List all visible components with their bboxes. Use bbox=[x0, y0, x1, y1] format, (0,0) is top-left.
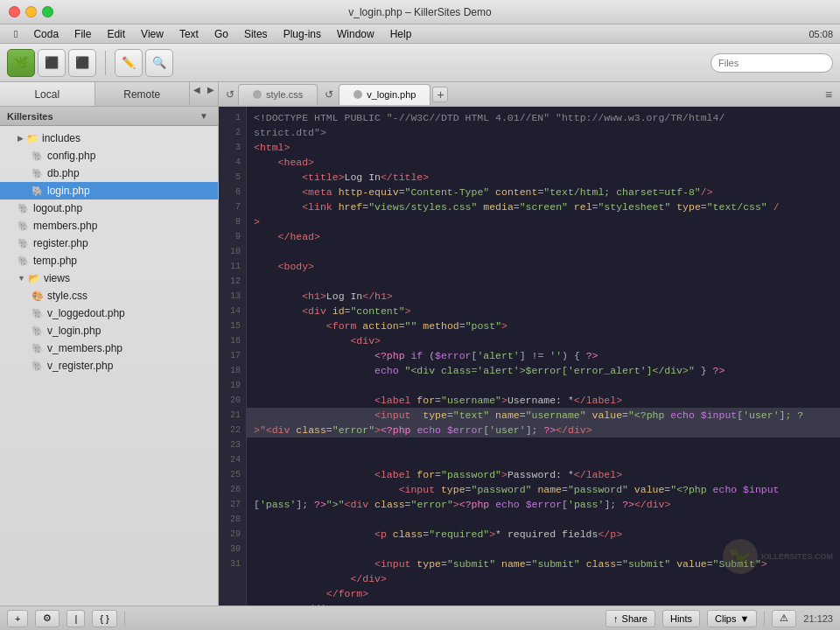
menu-apple[interactable]:  bbox=[7, 26, 24, 42]
settings-button[interactable]: ⚙ bbox=[35, 610, 60, 627]
menubar:  Coda File Edit View Text Go Sites Plug… bbox=[0, 24, 840, 44]
main-layout: Killersites ▼ ▶ 📁 includes 🐘 config.php … bbox=[0, 107, 840, 606]
sidebar-item-style[interactable]: 🎨 style.css bbox=[0, 287, 218, 304]
status-sep-2 bbox=[764, 612, 765, 626]
tab-v-login-php[interactable]: v_login.php bbox=[339, 84, 430, 105]
unknown-button[interactable]: | bbox=[66, 610, 85, 627]
tabs-end-btn[interactable]: ≡ bbox=[821, 87, 836, 102]
sidebar-label-style: style.css bbox=[47, 290, 88, 302]
nav-back-btn[interactable]: ◀ bbox=[190, 82, 204, 96]
titlebar: v_login.php – KillerSites Demo bbox=[0, 0, 840, 24]
sidebar-item-vloggedout[interactable]: 🐘 v_loggedout.php bbox=[0, 304, 218, 322]
disclosure-views: ▼ bbox=[18, 274, 25, 283]
search-input[interactable] bbox=[710, 53, 833, 73]
menu-coda[interactable]: Coda bbox=[26, 26, 66, 42]
code-button[interactable]: { } bbox=[92, 610, 116, 627]
tab-style-css[interactable]: style.css bbox=[238, 84, 318, 105]
refresh-css-btn[interactable]: ↺ bbox=[321, 87, 337, 102]
search-box bbox=[710, 53, 833, 73]
share-icon: ↑ bbox=[613, 613, 619, 624]
share-button[interactable]: ↑ Share bbox=[606, 610, 655, 627]
tabs-row: Local Remote ◀ ▶ ↺ style.css ↺ v_login.p… bbox=[0, 82, 840, 107]
sidebar-item-vregister[interactable]: 🐘 v_register.php bbox=[0, 357, 218, 374]
tab-local[interactable]: Local bbox=[0, 82, 95, 106]
sidebar-item-login[interactable]: 🐘 login.php bbox=[0, 182, 218, 200]
maximize-button[interactable] bbox=[42, 6, 53, 18]
code-content[interactable]: <!DOCTYPE HTML PUBLIC "-//W3C//DTD HTML … bbox=[247, 107, 840, 606]
sidebar-item-views[interactable]: ▼ 📂 views bbox=[0, 270, 218, 287]
settings-icon: ⚙ bbox=[43, 612, 52, 624]
sidebar-chevron[interactable]: ▼ bbox=[197, 109, 211, 123]
css-tab-label: style.css bbox=[266, 89, 303, 100]
sidebar-item-register[interactable]: 🐘 register.php bbox=[0, 234, 218, 252]
statusbar: + ⚙ | { } ↑ Share Hints Clips ▼ ⚠ 21:123 bbox=[0, 606, 840, 630]
sidebar-item-logout[interactable]: 🐘 logout.php bbox=[0, 200, 218, 217]
menu-file[interactable]: File bbox=[67, 26, 98, 42]
nav-forward-btn[interactable]: ▶ bbox=[204, 82, 218, 96]
files-button[interactable]: ⬛ bbox=[38, 49, 66, 77]
sidebar-item-vlogin[interactable]: 🐘 v_login.php bbox=[0, 322, 218, 340]
menu-plugins[interactable]: Plug-ins bbox=[276, 26, 328, 42]
code-editor[interactable]: 1 2 3 4 5 6 7 8 9 10 11 12 13 14 15 16 1 bbox=[219, 107, 840, 606]
php-icon-logout: 🐘 bbox=[18, 203, 30, 214]
toolbar-right: ✏️ 🔍 bbox=[115, 49, 173, 77]
code-icon: { } bbox=[100, 613, 108, 624]
menu-window[interactable]: Window bbox=[330, 26, 382, 42]
sidebar-label-logout: logout.php bbox=[33, 202, 82, 214]
terminal-button[interactable]: ⬛ bbox=[68, 49, 96, 77]
sidebar-item-temp[interactable]: 🐘 temp.php bbox=[0, 252, 218, 270]
refresh-tab-btn[interactable]: ↺ bbox=[222, 87, 238, 102]
menu-text[interactable]: Text bbox=[172, 26, 206, 42]
sites-button[interactable]: 🌿 bbox=[7, 49, 35, 77]
window-title: v_login.php – KillerSites Demo bbox=[348, 6, 491, 18]
php-icon-db: 🐘 bbox=[32, 168, 44, 179]
sidebar-item-db[interactable]: 🐘 db.php bbox=[0, 164, 218, 182]
tab-remote[interactable]: Remote bbox=[95, 82, 191, 106]
sidebar-item-config[interactable]: 🐘 config.php bbox=[0, 147, 218, 164]
close-button[interactable] bbox=[9, 6, 20, 18]
edit-button[interactable]: ✏️ bbox=[115, 49, 143, 77]
php-tab-icon bbox=[354, 90, 362, 99]
menu-sites[interactable]: Sites bbox=[237, 26, 275, 42]
sidebar-item-includes[interactable]: ▶ 📁 includes bbox=[0, 130, 218, 147]
menu-edit[interactable]: Edit bbox=[100, 26, 132, 42]
local-remote-tabs: Local Remote ◀ ▶ bbox=[0, 82, 219, 106]
add-button[interactable]: + bbox=[7, 610, 28, 627]
php-icon-vlogin: 🐘 bbox=[32, 326, 44, 337]
warning-icon: ⚠ bbox=[780, 612, 788, 624]
share-label: Share bbox=[622, 613, 648, 624]
php-icon-vmembers: 🐘 bbox=[32, 343, 44, 354]
clock: 05:08 bbox=[808, 29, 833, 39]
editor-area: 1 2 3 4 5 6 7 8 9 10 11 12 13 14 15 16 1 bbox=[219, 107, 840, 606]
menu-help[interactable]: Help bbox=[383, 26, 419, 42]
warning-button[interactable]: ⚠ bbox=[772, 610, 796, 627]
sidebar-tree: ▶ 📁 includes 🐘 config.php 🐘 db.php 🐘 log… bbox=[0, 126, 218, 606]
menu-go[interactable]: Go bbox=[207, 26, 235, 42]
menu-view[interactable]: View bbox=[134, 26, 171, 42]
hints-label: Hints bbox=[670, 613, 692, 624]
toolbar-sep-1 bbox=[105, 51, 106, 75]
clips-label: Clips bbox=[715, 613, 736, 624]
minimize-button[interactable] bbox=[25, 6, 37, 18]
status-sep bbox=[124, 612, 125, 626]
add-tab-btn[interactable]: + bbox=[432, 87, 448, 102]
sidebar-item-members[interactable]: 🐘 members.php bbox=[0, 217, 218, 234]
add-icon: + bbox=[15, 613, 20, 624]
php-icon-config: 🐘 bbox=[32, 150, 44, 162]
sidebar-label-temp: temp.php bbox=[33, 255, 77, 267]
sidebar: Killersites ▼ ▶ 📁 includes 🐘 config.php … bbox=[0, 107, 219, 606]
folder-icon-includes: 📁 bbox=[26, 133, 38, 144]
php-icon-members: 🐘 bbox=[18, 220, 30, 232]
clips-button[interactable]: Clips ▼ bbox=[707, 610, 757, 627]
php-icon-vregister: 🐘 bbox=[32, 360, 44, 372]
preview-button[interactable]: 🔍 bbox=[145, 49, 173, 77]
sidebar-label-views: views bbox=[44, 272, 70, 284]
sidebar-item-vmembers[interactable]: 🐘 v_members.php bbox=[0, 340, 218, 357]
window-controls bbox=[9, 6, 53, 18]
css-tab-icon bbox=[253, 90, 262, 99]
hints-button[interactable]: Hints bbox=[662, 610, 700, 627]
toolbar: 🌿 ⬛ ⬛ ✏️ 🔍 bbox=[0, 44, 840, 82]
sidebar-label-vmembers: v_members.php bbox=[47, 342, 122, 354]
clips-chevron: ▼ bbox=[739, 613, 749, 624]
status-right: ↑ Share Hints Clips ▼ ⚠ 21:123 bbox=[606, 610, 833, 627]
